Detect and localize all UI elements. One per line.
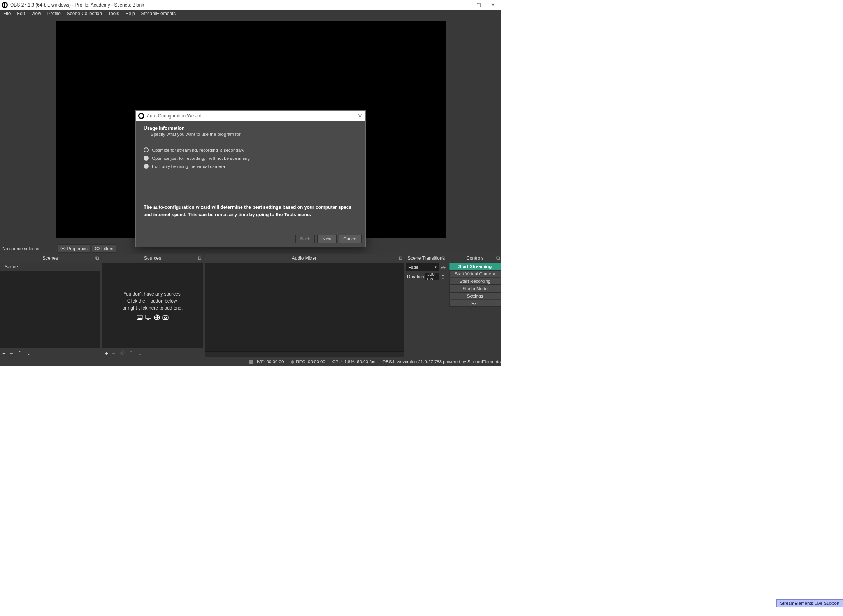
minimize-button[interactable]: ─ (458, 0, 472, 10)
spinner-up-icon: ▲ (441, 273, 445, 276)
popout-icon[interactable]: ⧉ (496, 255, 500, 261)
controls-title: Controls (466, 256, 484, 261)
auto-config-dialog: Auto-Configuration Wizard ✕ Usage Inform… (135, 110, 366, 247)
close-button[interactable]: ✕ (486, 0, 500, 10)
duration-input[interactable]: 300 ms (425, 273, 439, 280)
audio-mixer-panel: Audio Mixer ⧉ (205, 254, 404, 357)
svg-point-0 (63, 248, 64, 249)
gear-icon (60, 246, 66, 251)
dialog-button-row: Back Next Cancel (136, 231, 365, 247)
rec-indicator-icon (291, 360, 294, 364)
properties-label: Properties (67, 246, 87, 251)
transition-select[interactable]: Fade ▾ (406, 263, 439, 271)
app-window: OBS 27.1.3 (64-bit, windows) - Profile: … (0, 0, 501, 366)
live-indicator-icon (249, 360, 253, 364)
filters-label: Filters (101, 246, 113, 251)
studio-mode-button[interactable]: Studio Mode (449, 285, 501, 292)
scenes-header: Scenes ⧉ (0, 254, 100, 262)
dialog-close-button[interactable]: ✕ (358, 113, 362, 119)
start-streaming-button[interactable]: Start Streaming (449, 263, 501, 270)
exit-button[interactable]: Exit (449, 300, 501, 307)
obs-logo-icon (2, 2, 8, 8)
radio-option-streaming[interactable]: Optimize for streaming, recording is sec… (144, 147, 358, 152)
start-recording-button[interactable]: Start Recording (449, 278, 501, 285)
popout-icon[interactable]: ⧉ (442, 255, 445, 261)
radio-label: Optimize for streaming, recording is sec… (152, 148, 244, 152)
radio-icon (144, 164, 149, 169)
globe-icon (153, 314, 160, 321)
status-rec: REC: 00:00:00 (291, 359, 325, 364)
status-version: OBS.Live version 21.9.27.783 powered by … (382, 359, 501, 364)
sources-panel: Sources ⧉ You don't have any sources. Cl… (102, 254, 203, 357)
dialog-body: Usage Information Specify what you want … (136, 121, 365, 231)
popout-icon[interactable]: ⧉ (198, 255, 201, 261)
move-up-button[interactable]: ⌃ (17, 350, 22, 356)
move-down-button[interactable]: ⌄ (138, 350, 143, 356)
dialog-titlebar: Auto-Configuration Wizard ✕ (136, 111, 365, 121)
window-title: OBS 27.1.3 (64-bit, windows) - Profile: … (10, 2, 144, 8)
docked-panels: Scenes ⧉ Szene + − ⌃ ⌄ Sources ⧉ You don… (0, 254, 501, 357)
mixer-title: Audio Mixer (292, 256, 316, 261)
usage-radio-group: Optimize for streaming, recording is sec… (144, 147, 358, 172)
statusbar: LIVE: 00:00:00 REC: 00:00:00 CPU: 1.8%, … (0, 357, 501, 366)
menu-scene-collection[interactable]: Scene Collection (64, 10, 105, 18)
menubar: File Edit View Profile Scene Collection … (0, 10, 501, 18)
menu-tools[interactable]: Tools (105, 10, 122, 18)
svg-point-4 (139, 316, 139, 317)
menu-view[interactable]: View (28, 10, 44, 18)
status-live: LIVE: 00:00:00 (249, 359, 284, 364)
popout-icon[interactable]: ⧉ (399, 255, 402, 261)
settings-button[interactable]: Settings (449, 292, 501, 299)
add-scene-button[interactable]: + (2, 350, 6, 356)
menu-file[interactable]: File (0, 10, 14, 18)
source-settings-button[interactable] (119, 350, 125, 355)
sources-header: Sources ⧉ (102, 254, 203, 262)
controls-header: Controls ⧉ (449, 254, 501, 262)
remove-scene-button[interactable]: − (10, 350, 13, 356)
svg-point-8 (165, 317, 167, 318)
radio-label: Optimize just for recording, I will not … (152, 156, 250, 161)
menu-help[interactable]: Help (122, 10, 138, 18)
source-selection-label: No source selected (2, 246, 40, 251)
scenes-toolbar: + − ⌃ ⌄ (0, 348, 100, 357)
svg-point-10 (442, 266, 443, 268)
transitions-header: Scene Transitions ⧉ (406, 254, 447, 262)
dialog-subheading: Specify what you want to use the program… (151, 132, 358, 136)
cancel-button[interactable]: Cancel (339, 234, 362, 243)
spinner-down-icon: ▼ (441, 276, 445, 280)
preview-area: Auto-Configuration Wizard ✕ Usage Inform… (0, 18, 501, 243)
chevron-down-icon: ▾ (435, 265, 437, 269)
transition-settings-button[interactable] (440, 264, 446, 270)
add-source-button[interactable]: + (105, 350, 108, 356)
obs-logo-icon (138, 113, 144, 119)
scene-item[interactable]: Szene (0, 262, 100, 271)
filters-button[interactable]: Filters (92, 244, 116, 253)
menu-profile[interactable]: Profile (44, 10, 64, 18)
scrollbar-horizontal[interactable] (205, 351, 404, 357)
menu-edit[interactable]: Edit (14, 10, 28, 18)
sources-title: Sources (144, 256, 161, 261)
image-icon (136, 314, 143, 321)
scenes-title: Scenes (42, 256, 58, 261)
mixer-content (205, 262, 404, 351)
scenes-panel: Scenes ⧉ Szene + − ⌃ ⌄ (0, 254, 100, 357)
popout-icon[interactable]: ⧉ (95, 255, 99, 261)
dialog-title: Auto-Configuration Wizard (147, 113, 202, 119)
radio-option-virtualcam[interactable]: I will only be using the virtual camera (144, 164, 358, 169)
start-virtual-camera-button[interactable]: Start Virtual Camera (449, 270, 501, 277)
svg-rect-5 (146, 315, 151, 318)
monitor-icon (145, 314, 152, 321)
status-cpu: CPU: 1.8%, 60.00 fps (332, 359, 376, 364)
remove-source-button[interactable]: − (112, 350, 116, 356)
menu-streamelements[interactable]: StreamElements (138, 10, 179, 18)
next-button[interactable]: Next (317, 234, 337, 243)
radio-option-recording[interactable]: Optimize just for recording, I will not … (144, 156, 358, 161)
back-button[interactable]: Back (295, 234, 315, 243)
move-up-button[interactable]: ⌃ (129, 350, 134, 356)
duration-spinner[interactable]: ▲▼ (441, 273, 445, 280)
move-down-button[interactable]: ⌄ (26, 350, 31, 356)
maximize-button[interactable]: ▢ (472, 0, 486, 10)
titlebar: OBS 27.1.3 (64-bit, windows) - Profile: … (0, 0, 501, 10)
sources-toolbar: + − ⌃ ⌄ (102, 348, 203, 357)
properties-button[interactable]: Properties (58, 244, 90, 253)
